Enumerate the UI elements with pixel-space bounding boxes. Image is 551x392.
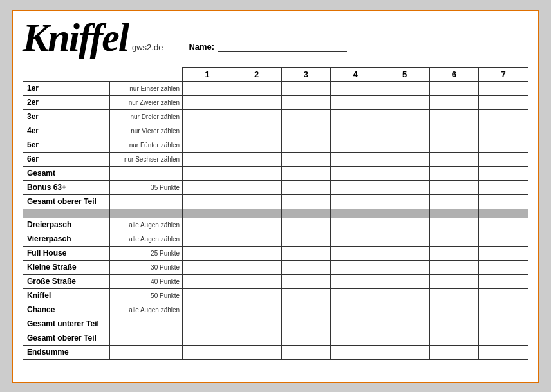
score-cell[interactable]	[479, 274, 528, 288]
score-cell[interactable]	[183, 260, 232, 274]
score-cell[interactable]	[331, 331, 380, 345]
score-cell[interactable]	[429, 124, 479, 138]
score-cell[interactable]	[232, 180, 281, 194]
score-cell[interactable]	[331, 109, 380, 124]
score-cell[interactable]	[429, 194, 479, 209]
score-cell[interactable]	[183, 274, 232, 288]
score-cell[interactable]	[232, 288, 281, 303]
score-cell[interactable]	[281, 303, 331, 317]
score-cell[interactable]	[183, 317, 232, 331]
score-cell[interactable]	[429, 331, 479, 345]
score-cell[interactable]	[281, 209, 331, 218]
score-cell[interactable]	[479, 232, 528, 246]
score-cell[interactable]	[380, 152, 429, 166]
score-cell[interactable]	[232, 274, 281, 288]
score-cell[interactable]	[479, 180, 528, 194]
score-cell[interactable]	[232, 260, 281, 274]
score-cell[interactable]	[183, 303, 232, 317]
score-cell[interactable]	[479, 218, 528, 232]
score-cell[interactable]	[380, 345, 429, 359]
score-cell[interactable]	[479, 95, 528, 109]
score-cell[interactable]	[183, 81, 232, 95]
score-cell[interactable]	[183, 166, 232, 180]
score-cell[interactable]	[281, 124, 331, 138]
score-cell[interactable]	[281, 246, 331, 260]
score-cell[interactable]	[479, 209, 528, 218]
score-cell[interactable]	[281, 331, 331, 345]
score-cell[interactable]	[331, 232, 380, 246]
score-cell[interactable]	[281, 109, 331, 124]
score-cell[interactable]	[331, 81, 380, 95]
score-cell[interactable]	[281, 180, 331, 194]
score-cell[interactable]	[479, 303, 528, 317]
score-cell[interactable]	[331, 194, 380, 209]
score-cell[interactable]	[429, 260, 479, 274]
score-cell[interactable]	[429, 274, 479, 288]
score-cell[interactable]	[380, 303, 429, 317]
score-cell[interactable]	[429, 345, 479, 359]
score-cell[interactable]	[331, 288, 380, 303]
score-cell[interactable]	[331, 180, 380, 194]
score-cell[interactable]	[380, 209, 429, 218]
score-cell[interactable]	[479, 109, 528, 124]
score-cell[interactable]	[281, 260, 331, 274]
score-cell[interactable]	[183, 138, 232, 152]
score-cell[interactable]	[380, 166, 429, 180]
score-cell[interactable]	[232, 331, 281, 345]
score-cell[interactable]	[183, 95, 232, 109]
score-cell[interactable]	[429, 288, 479, 303]
score-cell[interactable]	[232, 209, 281, 218]
score-cell[interactable]	[429, 109, 479, 124]
score-cell[interactable]	[281, 152, 331, 166]
score-cell[interactable]	[232, 138, 281, 152]
score-cell[interactable]	[232, 345, 281, 359]
score-cell[interactable]	[331, 209, 380, 218]
score-cell[interactable]	[331, 152, 380, 166]
score-cell[interactable]	[479, 152, 528, 166]
score-cell[interactable]	[281, 288, 331, 303]
score-cell[interactable]	[331, 166, 380, 180]
score-cell[interactable]	[380, 331, 429, 345]
score-cell[interactable]	[380, 274, 429, 288]
score-cell[interactable]	[232, 232, 281, 246]
score-cell[interactable]	[479, 166, 528, 180]
score-cell[interactable]	[183, 246, 232, 260]
score-cell[interactable]	[232, 194, 281, 209]
score-cell[interactable]	[479, 317, 528, 331]
score-cell[interactable]	[331, 124, 380, 138]
score-cell[interactable]	[380, 194, 429, 209]
score-cell[interactable]	[429, 218, 479, 232]
score-cell[interactable]	[429, 138, 479, 152]
score-cell[interactable]	[281, 166, 331, 180]
score-cell[interactable]	[479, 194, 528, 209]
score-cell[interactable]	[380, 260, 429, 274]
score-cell[interactable]	[429, 232, 479, 246]
score-cell[interactable]	[380, 95, 429, 109]
score-cell[interactable]	[183, 194, 232, 209]
score-cell[interactable]	[331, 260, 380, 274]
score-cell[interactable]	[429, 317, 479, 331]
score-cell[interactable]	[281, 274, 331, 288]
score-cell[interactable]	[232, 317, 281, 331]
score-cell[interactable]	[281, 138, 331, 152]
score-cell[interactable]	[380, 109, 429, 124]
score-cell[interactable]	[380, 288, 429, 303]
score-cell[interactable]	[183, 345, 232, 359]
score-cell[interactable]	[232, 95, 281, 109]
score-cell[interactable]	[479, 331, 528, 345]
score-cell[interactable]	[380, 218, 429, 232]
score-cell[interactable]	[380, 246, 429, 260]
score-cell[interactable]	[429, 246, 479, 260]
score-cell[interactable]	[429, 95, 479, 109]
score-cell[interactable]	[429, 166, 479, 180]
score-cell[interactable]	[380, 180, 429, 194]
score-cell[interactable]	[429, 209, 479, 218]
score-cell[interactable]	[479, 138, 528, 152]
score-cell[interactable]	[479, 345, 528, 359]
score-cell[interactable]	[183, 209, 232, 218]
score-cell[interactable]	[183, 109, 232, 124]
score-cell[interactable]	[479, 246, 528, 260]
score-cell[interactable]	[479, 288, 528, 303]
score-cell[interactable]	[331, 317, 380, 331]
score-cell[interactable]	[479, 81, 528, 95]
